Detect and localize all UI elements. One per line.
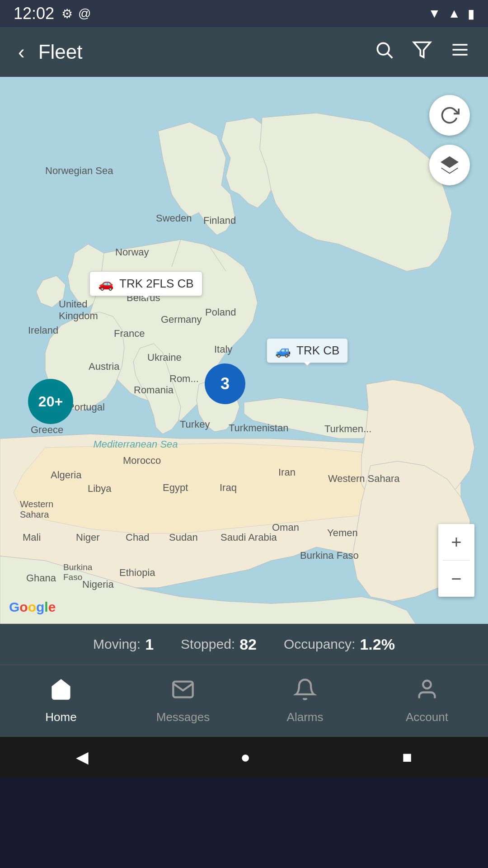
android-recent-button[interactable]: ■ (389, 743, 426, 771)
google-logo: G o o g l e (9, 599, 56, 615)
nav-home-label: Home (45, 710, 76, 724)
zoom-controls: + − (438, 524, 474, 597)
stopped-label: Stopped: (181, 637, 235, 652)
svg-marker-2 (414, 42, 431, 57)
status-bar: 12:02 ⚙ @ ▼ ▲ ▮ (0, 0, 488, 27)
tooltip-trk2flscb[interactable]: 🚗 TRK 2FLS CB (89, 271, 202, 296)
page-title: Fleet (38, 41, 361, 63)
google-o2: o (28, 599, 36, 615)
alarms-icon (293, 678, 317, 707)
nav-alarms[interactable]: Alarms (244, 665, 366, 737)
cluster-3-label: 3 (221, 374, 230, 393)
home-icon (49, 678, 73, 707)
svg-marker-13 (441, 157, 458, 168)
wifi-icon: ▼ (428, 6, 441, 21)
stopped-value: 82 (239, 636, 257, 653)
nav-home[interactable]: Home (0, 665, 122, 737)
search-button[interactable] (370, 35, 399, 69)
google-o1: o (19, 599, 28, 615)
menu-button[interactable] (446, 35, 474, 69)
nav-alarms-label: Alarms (287, 710, 324, 724)
battery-icon: ▮ (468, 6, 474, 21)
at-icon: @ (78, 6, 91, 21)
status-bar-right: ▼ ▲ ▮ (428, 6, 474, 21)
android-back-button[interactable]: ◀ (62, 743, 102, 771)
occupancy-label: Occupancy: (284, 637, 355, 652)
moving-label: Moving: (93, 637, 141, 652)
stats-bar: Moving: 1 Stopped: 82 Occupancy: 1.2% (0, 624, 488, 665)
nav-messages[interactable]: Messages (122, 665, 244, 737)
tooltip-trk2flscb-label: TRK 2FLS CB (119, 277, 194, 291)
signal-icon: ▲ (448, 6, 460, 21)
status-bar-left: 12:02 ⚙ @ (14, 4, 91, 23)
stat-occupancy: Occupancy: 1.2% (270, 636, 408, 653)
stat-moving: Moving: 1 (80, 636, 167, 653)
svg-line-1 (388, 53, 392, 58)
google-g: G (9, 599, 19, 615)
bottom-nav: Home Messages Alarms Account (0, 665, 488, 737)
back-button[interactable]: ‹ (14, 36, 29, 68)
google-g2: g (36, 599, 44, 615)
android-home-button[interactable]: ● (227, 743, 264, 771)
status-icons: ⚙ @ (61, 6, 91, 21)
car-icon-red: 🚗 (98, 276, 114, 291)
google-l: l (44, 599, 48, 615)
svg-point-0 (377, 43, 389, 55)
cluster-3[interactable]: 3 (205, 363, 245, 404)
layers-button[interactable] (429, 145, 470, 185)
google-e: e (48, 599, 56, 615)
cluster-20plus-label: 20+ (38, 393, 63, 410)
svg-point-12 (389, 307, 425, 371)
android-nav: ◀ ● ■ (0, 737, 488, 778)
tooltip-trkcb[interactable]: 🚙 TRK CB (267, 338, 348, 363)
zoom-in-button[interactable]: + (438, 524, 474, 560)
messages-icon (171, 678, 195, 707)
svg-point-14 (423, 681, 431, 689)
tooltip-trkcb-label: TRK CB (296, 344, 339, 358)
stat-stopped: Stopped: 82 (167, 636, 270, 653)
occupancy-value: 1.2% (360, 636, 395, 653)
moving-value: 1 (145, 636, 154, 653)
cluster-20plus[interactable]: 20+ (28, 379, 73, 424)
map-container[interactable]: Mediterranean Sea Norwegian Sea Sweden F… (0, 77, 488, 624)
nav-messages-label: Messages (156, 710, 210, 724)
app-bar-actions (370, 35, 474, 69)
svg-text:Mediterranean Sea: Mediterranean Sea (93, 439, 178, 450)
zoom-out-button[interactable]: − (438, 561, 474, 597)
gear-icon: ⚙ (61, 6, 73, 21)
car-icon-grey: 🚙 (275, 343, 291, 358)
nav-account[interactable]: Account (366, 665, 488, 737)
app-bar: ‹ Fleet (0, 27, 488, 77)
status-time: 12:02 (14, 4, 54, 23)
nav-account-label: Account (406, 710, 448, 724)
filter-button[interactable] (408, 35, 436, 69)
refresh-button[interactable] (429, 95, 470, 136)
account-icon (415, 678, 439, 707)
